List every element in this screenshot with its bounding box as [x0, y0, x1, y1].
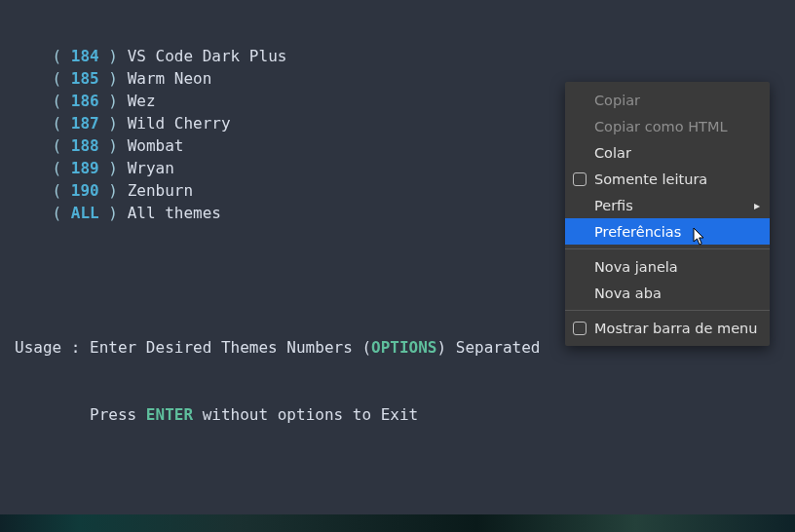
options-keyword: OPTIONS: [371, 338, 436, 357]
menu-readonly[interactable]: Somente leitura: [565, 166, 770, 192]
theme-index: ALL: [71, 204, 99, 222]
theme-name: Wild Cherry: [128, 114, 231, 133]
theme-index: 184: [71, 47, 99, 65]
menu-copy[interactable]: Copiar: [565, 87, 770, 113]
menu-new-tab[interactable]: Nova aba: [565, 280, 770, 306]
menu-paste[interactable]: Colar: [565, 139, 770, 166]
menu-profiles[interactable]: Perfis▸: [565, 192, 770, 218]
menu-separator: [565, 248, 770, 249]
theme-index: 188: [71, 136, 99, 155]
menu-separator: [565, 310, 770, 311]
theme-name: VS Code Dark Plus: [128, 47, 287, 65]
usage-line-2: Press ENTER without options to Exit: [15, 403, 780, 426]
menu-preferences[interactable]: Preferências: [565, 218, 770, 245]
theme-index: 187: [71, 114, 99, 133]
theme-index: 190: [71, 181, 99, 200]
chevron-right-icon: ▸: [754, 199, 760, 212]
theme-index: 185: [71, 69, 99, 88]
enter-keyword: ENTER: [146, 405, 193, 424]
context-menu: Copiar Copiar como HTML Colar Somente le…: [565, 82, 770, 346]
checkbox-icon: [573, 172, 587, 186]
checkbox-icon: [573, 322, 587, 335]
theme-name: Zenburn: [128, 181, 193, 200]
theme-name: Wez: [128, 92, 156, 110]
menu-copy-html[interactable]: Copiar como HTML: [565, 113, 770, 139]
theme-index: 189: [71, 159, 99, 177]
desktop-wallpaper-strip: [0, 514, 795, 532]
menu-show-menubar[interactable]: Mostrar barra de menu: [565, 315, 770, 341]
theme-name: All themes: [128, 204, 221, 222]
theme-list-item: ( 184 ) VS Code Dark Plus: [15, 45, 780, 67]
menu-new-window[interactable]: Nova janela: [565, 253, 770, 280]
theme-name: Wryan: [128, 159, 174, 177]
theme-index: 186: [71, 92, 99, 110]
theme-name: Warm Neon: [128, 69, 212, 88]
theme-name: Wombat: [128, 136, 184, 155]
